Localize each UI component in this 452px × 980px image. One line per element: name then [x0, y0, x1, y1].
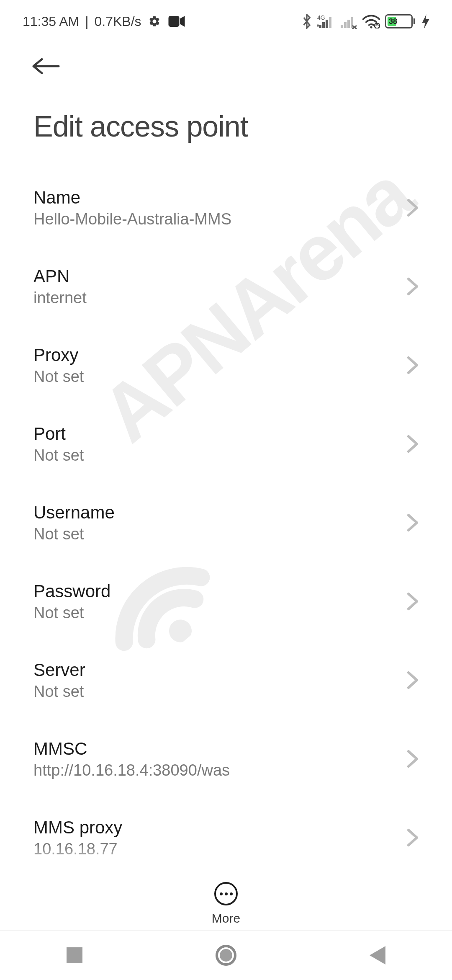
nav-home-button[interactable] [216, 945, 236, 966]
bluetooth-icon [301, 14, 312, 29]
chevron-right-icon [407, 513, 419, 532]
row-label: Name [33, 188, 398, 208]
svg-rect-7 [341, 25, 343, 28]
row-label: Port [33, 424, 398, 444]
bottom-action-bar: More [0, 874, 452, 926]
nav-back-button[interactable] [370, 946, 385, 965]
nav-recent-button[interactable] [67, 947, 82, 963]
row-mmsc[interactable]: MMSC http://10.16.18.4:38090/was [33, 720, 419, 798]
row-name[interactable]: Name Hello-Mobile-Australia-MMS [33, 168, 419, 247]
status-separator: | [83, 14, 90, 29]
row-value: internet [33, 289, 398, 307]
row-label: Password [33, 581, 398, 601]
chevron-right-icon [407, 750, 419, 768]
page-title: Edit access point [0, 76, 452, 168]
status-time: 11:35 AM [23, 14, 79, 29]
svg-rect-5 [326, 20, 328, 28]
row-value: Not set [33, 446, 398, 464]
row-label: Proxy [33, 345, 398, 365]
more-button[interactable] [214, 882, 238, 905]
row-label: MMS proxy [33, 818, 398, 838]
chevron-right-icon [407, 592, 419, 611]
row-label: Username [33, 503, 398, 523]
svg-rect-6 [329, 17, 331, 28]
gear-icon [148, 15, 161, 28]
video-icon [168, 16, 185, 27]
navigation-bar [0, 930, 452, 980]
wifi-icon [362, 14, 380, 28]
more-label: More [212, 911, 240, 926]
chevron-right-icon [407, 671, 419, 689]
svg-rect-3 [319, 25, 321, 28]
row-label: Server [33, 660, 398, 680]
row-proxy[interactable]: Proxy Not set [33, 326, 419, 405]
row-value: http://10.16.18.4:38090/was [33, 761, 398, 779]
row-server[interactable]: Server Not set [33, 641, 419, 720]
status-bar: 11:35 AM | 0.7KB/s 4G [0, 0, 452, 33]
svg-rect-4 [322, 22, 325, 28]
signal-4g-icon: 4G [317, 14, 336, 29]
svg-rect-1 [168, 16, 179, 27]
row-password[interactable]: Password Not set [33, 562, 419, 641]
row-label: MMSC [33, 739, 398, 759]
status-network-speed: 0.7KB/s [95, 14, 141, 29]
row-label: APN [33, 266, 398, 286]
row-value: Not set [33, 604, 398, 622]
svg-point-11 [370, 26, 372, 28]
chevron-right-icon [407, 199, 419, 217]
row-value: 10.16.18.77 [33, 840, 398, 858]
chevron-right-icon [407, 828, 419, 847]
svg-point-12 [375, 23, 380, 28]
chevron-right-icon [407, 435, 419, 453]
battery-indicator: 38 [385, 14, 415, 28]
charging-icon [422, 14, 429, 28]
row-mms-proxy[interactable]: MMS proxy 10.16.18.77 [33, 798, 419, 877]
settings-list: Name Hello-Mobile-Australia-MMS APN inte… [0, 168, 452, 877]
chevron-right-icon [407, 277, 419, 296]
row-apn[interactable]: APN internet [33, 247, 419, 326]
svg-rect-8 [344, 22, 347, 28]
chevron-right-icon [407, 356, 419, 374]
row-value: Not set [33, 368, 398, 386]
signal-nosim-icon [341, 14, 357, 29]
svg-rect-9 [347, 20, 350, 28]
row-value: Hello-Mobile-Australia-MMS [33, 210, 398, 228]
row-value: Not set [33, 525, 398, 543]
svg-text:4G: 4G [317, 14, 325, 21]
row-port[interactable]: Port Not set [33, 405, 419, 483]
row-value: Not set [33, 683, 398, 701]
back-arrow-icon[interactable] [32, 58, 60, 75]
row-username[interactable]: Username Not set [33, 483, 419, 562]
